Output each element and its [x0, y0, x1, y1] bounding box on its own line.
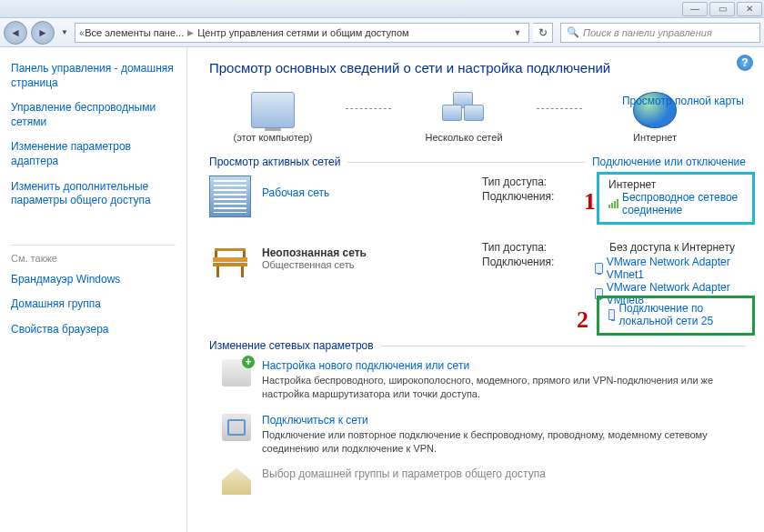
back-button[interactable]: ◄: [4, 21, 27, 45]
full-map-link[interactable]: Просмотр полной карты: [622, 95, 744, 107]
new-connection-icon: [222, 359, 251, 386]
history-dropdown[interactable]: ▼: [58, 21, 71, 45]
ethernet-icon: [595, 263, 603, 274]
sidebar-also-browser[interactable]: Свойства браузера: [11, 323, 176, 337]
home-icon: [222, 467, 251, 495]
nav-bar: ◄ ► ▼ « Все элементы пане... ▶ Центр упр…: [0, 18, 764, 47]
main-content: ? Просмотр основных сведений о сети и на…: [187, 47, 764, 532]
maximize-button[interactable]: ▭: [709, 2, 735, 16]
access-type-label: Тип доступа:: [482, 176, 582, 188]
wireless-connection-link[interactable]: Беспроводное сетевое соединение: [608, 191, 743, 216]
bench-icon: [209, 241, 251, 283]
setting-new-connection[interactable]: Настройка нового подключения или сети На…: [209, 359, 746, 401]
sidebar-item-sharing[interactable]: Изменить дополнительные параметры общего…: [11, 180, 176, 208]
connections-label: Подключения:: [482, 190, 582, 203]
search-icon: 🔍: [567, 26, 579, 38]
close-button[interactable]: ✕: [737, 2, 762, 16]
internet-label: Интернет: [591, 132, 719, 143]
address-dropdown[interactable]: ▼: [510, 28, 525, 37]
this-pc-icon: [251, 92, 295, 128]
work-network-icon: [209, 176, 251, 217]
access-value: Без доступа к Интернету: [609, 241, 735, 254]
map-connector: [537, 108, 582, 109]
network-row-1: Рабочая сеть Тип доступа: Подключения: 1…: [209, 176, 746, 217]
setting-desc: Подключение или повторное подключение к …: [262, 428, 746, 456]
lan25-link[interactable]: Подключение по локальной сети 25: [608, 302, 743, 327]
svg-rect-1: [213, 263, 247, 266]
sidebar-item-wireless[interactable]: Управление беспроводными сетями: [11, 101, 176, 129]
chevron-right-icon: ▶: [187, 28, 194, 37]
network-type-text: Общественная сеть: [262, 259, 367, 270]
network-name-text: Неопознанная сеть: [262, 246, 367, 259]
network-row-2: Неопознанная сеть Общественная сеть Тип …: [209, 241, 746, 308]
this-pc-label: (этот компьютер): [209, 132, 337, 143]
svg-rect-0: [213, 257, 247, 262]
sidebar: Панель управления - домашняя страница Уп…: [0, 47, 187, 532]
sidebar-separator: [11, 245, 176, 246]
page-title: Просмотр основных сведений о сети и наст…: [209, 60, 746, 75]
sidebar-also-label: См. также: [11, 253, 176, 264]
vmnet1-link[interactable]: VMware Network Adapter VMnet1: [595, 256, 746, 281]
ethernet-icon: [608, 309, 615, 320]
svg-rect-2: [216, 266, 219, 277]
setting-title[interactable]: Настройка нового подключения или сети: [262, 359, 746, 372]
address-bar[interactable]: « Все элементы пане... ▶ Центр управлени…: [75, 23, 529, 43]
search-placeholder: Поиск в панели управления: [583, 27, 712, 38]
setting-desc: Настройка беспроводного, широкополосного…: [262, 374, 746, 401]
setting-connect-network[interactable]: Подключиться к сети Подключение или повт…: [209, 414, 746, 456]
window-titlebar: — ▭ ✕: [0, 0, 764, 18]
forward-button[interactable]: ►: [31, 21, 55, 45]
access-value: Интернет: [608, 178, 743, 191]
sidebar-also-homegroup[interactable]: Домашняя группа: [11, 297, 176, 312]
map-connector: [346, 108, 391, 109]
annotation-1: 1: [584, 188, 596, 216]
signal-icon: [608, 199, 618, 208]
access-type-label: Тип доступа:: [482, 241, 582, 254]
sidebar-item-adapter[interactable]: Изменение параметров адаптера: [11, 140, 176, 168]
refresh-button[interactable]: ↻: [533, 23, 553, 43]
svg-rect-6: [215, 248, 246, 251]
annotation-2: 2: [577, 306, 588, 334]
svg-rect-3: [241, 266, 244, 277]
network-name-link[interactable]: Рабочая сеть: [262, 186, 329, 199]
settings-header: Изменение сетевых параметров: [209, 339, 374, 352]
sidebar-home-link[interactable]: Панель управления - домашняя страница: [11, 62, 176, 90]
connect-disconnect-link[interactable]: Подключение или отключение: [592, 156, 746, 168]
search-input[interactable]: 🔍 Поиск в панели управления: [560, 23, 760, 43]
breadcrumb-seg-1[interactable]: Все элементы пане...: [85, 27, 184, 38]
highlight-box-1: Интернет Беспроводное сетевое соединение: [597, 172, 755, 225]
sidebar-also-firewall[interactable]: Брандмауэр Windows: [11, 273, 176, 287]
highlight-box-2: Подключение по локальной сети 25: [597, 296, 755, 336]
setting-title[interactable]: Выбор домашней группы и параметров общег…: [262, 467, 546, 480]
help-icon[interactable]: ?: [737, 55, 753, 71]
connections-label: Подключения:: [482, 256, 568, 306]
connect-icon: [222, 414, 251, 441]
breadcrumb-seg-2[interactable]: Центр управления сетями и общим доступом: [197, 27, 408, 38]
networks-label: Несколько сетей: [400, 132, 528, 143]
minimize-button[interactable]: —: [682, 2, 708, 16]
networks-icon: [442, 92, 486, 128]
active-networks-header: Просмотр активных сетей: [209, 156, 340, 168]
setting-homegroup[interactable]: Выбор домашней группы и параметров общег…: [209, 467, 746, 495]
setting-title[interactable]: Подключиться к сети: [262, 414, 746, 427]
